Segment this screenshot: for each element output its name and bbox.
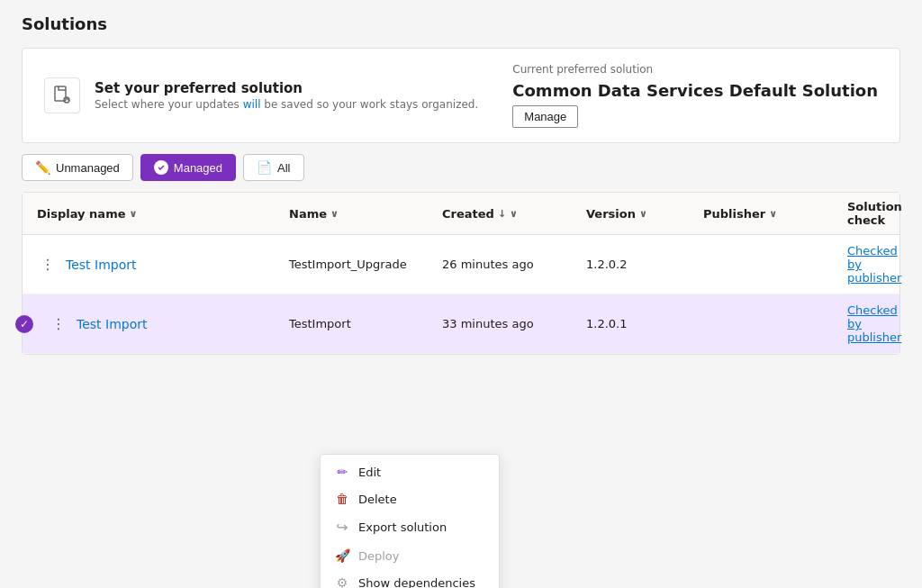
sort-version-icon[interactable]: ∨	[639, 208, 647, 220]
solutions-table: Display name ∨ Name ∨ Created ↓ ∨ Versio…	[22, 192, 900, 355]
export-icon: ↪	[335, 519, 349, 536]
all-icon: 📄	[257, 160, 272, 175]
menu-item-delete[interactable]: 🗑 Delete	[321, 485, 499, 512]
row1-solution-check[interactable]: Checked by publisher	[847, 244, 901, 285]
delete-icon: 🗑	[335, 492, 349, 506]
tab-all[interactable]: 📄 All	[243, 154, 303, 181]
row1-name: TestImport_Upgrade	[289, 258, 442, 271]
menu-item-deploy: 🚀 Deploy	[321, 542, 499, 569]
row2-created: 33 minutes ago	[442, 317, 586, 330]
dependencies-icon: ⚙	[335, 575, 349, 588]
sort-publisher-icon[interactable]: ∨	[769, 208, 777, 220]
table-row: ⋮ Test Import TestImport_Upgrade 26 minu…	[23, 235, 899, 294]
solution-icon	[44, 77, 80, 113]
sort-display-name-icon[interactable]: ∨	[130, 208, 138, 220]
row1-display-name: ⋮ Test Import	[37, 254, 289, 275]
row2-more-options[interactable]: ⋮	[48, 313, 69, 334]
manage-button[interactable]: Manage	[512, 105, 578, 128]
menu-item-show-dependencies[interactable]: ⚙ Show dependencies	[321, 569, 499, 588]
unmanaged-icon: ✏️	[35, 160, 50, 175]
col-created: Created ↓ ∨	[442, 200, 586, 227]
col-publisher: Publisher ∨	[703, 200, 847, 227]
context-menu: ✏️ Edit 🗑 Delete ↪ Export solution 🚀 Dep…	[320, 454, 500, 588]
row2-version: 1.2.0.1	[586, 317, 703, 330]
sort-name-icon[interactable]: ∨	[330, 208, 339, 220]
table-header: Display name ∨ Name ∨ Created ↓ ∨ Versio…	[23, 193, 899, 235]
tab-unmanaged[interactable]: ✏️ Unmanaged	[22, 154, 133, 181]
tab-managed[interactable]: Managed	[140, 154, 236, 181]
page-title: Solutions	[22, 14, 107, 33]
row1-more-options[interactable]: ⋮	[37, 254, 59, 275]
row1-created: 26 minutes ago	[442, 258, 586, 271]
banner-text: Set your preferred solution Select where…	[95, 80, 478, 111]
col-version: Version ∨	[586, 200, 703, 227]
managed-icon	[154, 160, 168, 175]
tabs-row: ✏️ Unmanaged Managed 📄 All	[0, 154, 922, 192]
row2-solution-check[interactable]: Checked by publisher	[847, 303, 901, 344]
deploy-icon: 🚀	[335, 548, 349, 563]
edit-icon: ✏️	[335, 465, 349, 479]
col-display-name: Display name ∨	[37, 200, 289, 227]
banner-description: Select where your updates will be saved …	[95, 98, 478, 111]
selected-check-icon: ✓	[15, 315, 33, 333]
current-label: Current preferred solution	[512, 63, 653, 76]
banner-right: Current preferred solution Common Data S…	[512, 63, 878, 128]
table-row: ✓ ⋮ Test Import TestImport 33 minutes ag…	[23, 294, 899, 354]
preferred-solution-banner: Set your preferred solution Select where…	[22, 48, 900, 143]
banner-title: Set your preferred solution	[95, 80, 478, 96]
banner-left: Set your preferred solution Select where…	[44, 77, 491, 113]
current-solution-name: Common Data Services Default Solution	[512, 81, 878, 100]
menu-item-export[interactable]: ↪ Export solution	[321, 512, 499, 542]
row2-name: TestImport	[289, 317, 442, 330]
sort-created-icon[interactable]: ↓ ∨	[498, 208, 518, 220]
col-solution-check: Solution check	[847, 200, 902, 227]
row2-display-name: ⋮ Test Import	[37, 313, 289, 334]
col-name: Name ∨	[289, 200, 442, 227]
menu-item-edit[interactable]: ✏️ Edit	[321, 458, 499, 485]
row1-version: 1.2.0.2	[586, 258, 703, 271]
